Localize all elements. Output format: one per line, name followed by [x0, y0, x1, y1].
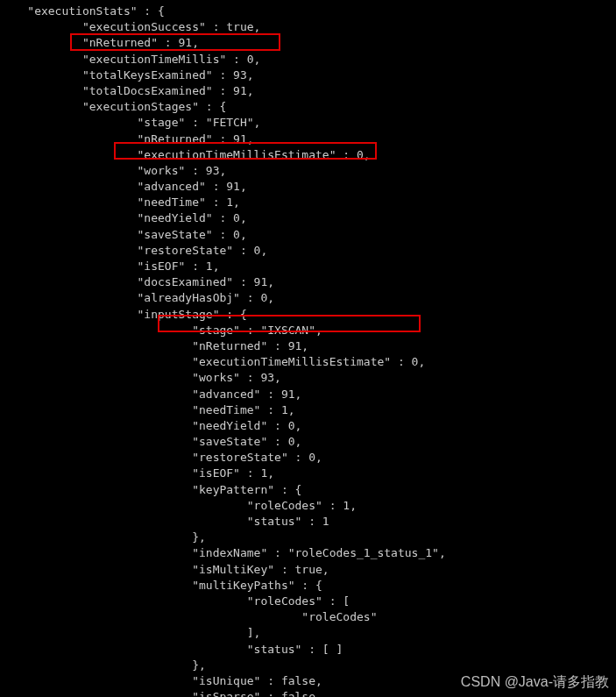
- code-output: "executionStats" : { "executionSuccess" …: [0, 4, 616, 697]
- code-line: ],: [0, 625, 616, 641]
- code-line: "keyPattern" : {: [0, 482, 616, 498]
- code-line: "inputStage" : {: [0, 307, 616, 323]
- code-line: "status" : [ ]: [0, 642, 616, 658]
- watermark: CSDN @Java-请多指教: [461, 672, 609, 692]
- code-line: "restoreState" : 0,: [0, 243, 616, 259]
- code-line: "alreadyHasObj" : 0,: [0, 290, 616, 306]
- code-line: "needYield" : 0,: [0, 418, 616, 434]
- code-line: "advanced" : 91,: [0, 179, 616, 195]
- code-line: "executionTimeMillisEstimate" : 0,: [0, 354, 616, 370]
- code-line: "advanced" : 91,: [0, 387, 616, 402]
- code-line: "totalKeysExamined" : 93,: [0, 68, 616, 83]
- code-line: "roleCodes" : [: [0, 594, 616, 609]
- code-line: },: [0, 530, 616, 545]
- code-line: "executionTimeMillis" : 0,: [0, 52, 616, 68]
- code-line: "nReturned" : 91,: [0, 132, 616, 147]
- code-line: "isEOF" : 1,: [0, 259, 616, 274]
- code-line: "stage" : "FETCH",: [0, 115, 616, 131]
- code-line: "isEOF" : 1,: [0, 466, 616, 481]
- code-line: "works" : 93,: [0, 370, 616, 386]
- code-line: "saveState" : 0,: [0, 434, 616, 450]
- code-line: "totalDocsExamined" : 91,: [0, 83, 616, 99]
- code-line: "multiKeyPaths" : {: [0, 578, 616, 594]
- code-line: "needTime" : 1,: [0, 402, 616, 418]
- code-line: "needTime" : 1,: [0, 195, 616, 210]
- code-line: "needYield" : 0,: [0, 210, 616, 226]
- code-line: "saveState" : 0,: [0, 227, 616, 243]
- code-line: "docsExamined" : 91,: [0, 274, 616, 290]
- code-line: "nReturned" : 91,: [0, 35, 616, 51]
- code-line: "restoreState" : 0,: [0, 450, 616, 466]
- code-line: "roleCodes" : 1,: [0, 498, 616, 514]
- code-line: "stage" : "IXSCAN",: [0, 323, 616, 338]
- code-line: "executionStats" : {: [0, 4, 616, 19]
- code-line: "executionSuccess" : true,: [0, 19, 616, 35]
- code-line: "nReturned" : 91,: [0, 338, 616, 354]
- code-line: "works" : 93,: [0, 163, 616, 179]
- code-line: },: [0, 658, 616, 673]
- code-line: "isMultiKey" : true,: [0, 562, 616, 578]
- code-line: "status" : 1: [0, 514, 616, 530]
- code-line: "indexName" : "roleCodes_1_status_1",: [0, 545, 616, 561]
- code-line: "executionStages" : {: [0, 99, 616, 115]
- code-line: "executionTimeMillisEstimate" : 0,: [0, 147, 616, 163]
- code-line: "roleCodes": [0, 609, 616, 625]
